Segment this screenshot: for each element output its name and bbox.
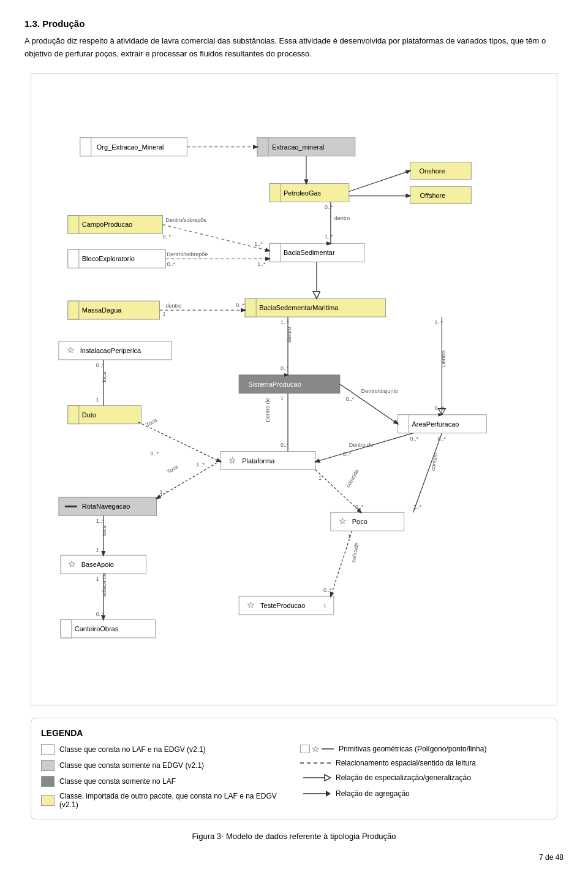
svg-text:0..*: 0..* (96, 362, 105, 368)
svg-text:BlocoExploratorio: BlocoExploratorio (82, 255, 135, 262)
intro-text: A produção diz respeito à atividade de l… (24, 35, 564, 61)
svg-text:Poco: Poco (352, 518, 368, 525)
legend-box-yellow (41, 795, 55, 806)
svg-text:coincide: coincide (345, 468, 360, 489)
legend-title: LEGENDA (41, 728, 547, 738)
section-heading: 1.3. Produção (24, 18, 564, 29)
svg-text:0..*: 0..* (163, 233, 172, 240)
svg-text:Dentro de: Dentro de (349, 441, 373, 447)
svg-text:Dentro de: Dentro de (265, 398, 271, 422)
legend-box-darkgray (41, 776, 55, 787)
svg-text:PetroleoGas: PetroleoGas (284, 189, 321, 196)
svg-rect-20 (270, 243, 281, 262)
svg-text:☆: ☆ (339, 516, 347, 526)
svg-text:0..*: 0..* (437, 435, 446, 441)
svg-rect-4 (257, 137, 268, 156)
svg-line-59 (349, 170, 410, 191)
svg-text:Extracao_mineral: Extracao_mineral (272, 143, 324, 150)
svg-rect-37 (398, 414, 409, 433)
svg-text:Dentro: Dentro (440, 351, 447, 367)
legend-item-yellow: Classe, importada de outro pacote, que c… (41, 792, 288, 809)
legend-grid: Classe que consta no LAF e na EDGV (v2.1… (41, 744, 547, 809)
svg-text:Onshore: Onshore (420, 167, 445, 174)
svg-text:0..*: 0..* (323, 587, 332, 593)
svg-text:0..*: 0..* (151, 450, 159, 456)
legend-item-primitives: ☆ Primitivas geométricas (Polígono/ponto… (300, 744, 547, 754)
svg-text:InstalacaoPeriperica: InstalacaoPeriperica (80, 347, 141, 354)
legend-label-relac-espec: Relação de especialização/generalização (336, 773, 471, 782)
svg-text:Toca: Toca (145, 417, 158, 428)
svg-text:RotaNavegacao: RotaNavegacao (82, 503, 130, 510)
svg-text:1..*: 1..* (254, 241, 263, 247)
svg-text:0..*: 0..* (355, 504, 364, 510)
svg-text:1..*: 1..* (413, 504, 422, 510)
svg-text:0..*: 0..* (410, 435, 419, 441)
svg-rect-14 (68, 215, 79, 233)
svg-text:☆: ☆ (68, 559, 76, 569)
legend-agg-arrow (300, 788, 331, 799)
svg-text:dentro: dentro (165, 303, 181, 309)
svg-text:0..*: 0..* (325, 204, 333, 210)
legend-label-relac-agg: Relação de agregação (336, 789, 410, 798)
legend-label-darkgray: Classe que consta somente no LAF (59, 777, 176, 786)
legend-item-white: Classe que consta no LAF e na EDGV (v2.1… (41, 744, 288, 755)
svg-text:toca: toca (101, 371, 107, 382)
svg-line-66 (163, 224, 270, 251)
svg-text:1..*: 1..* (196, 461, 205, 468)
svg-text:1: 1 (96, 396, 99, 402)
legend-item-relac-agg: Relação de agregação (300, 788, 547, 799)
page-number: 7 de 48 (24, 853, 564, 862)
svg-text:1: 1 (323, 602, 326, 609)
svg-text:1: 1 (442, 404, 445, 411)
svg-rect-23 (68, 301, 79, 319)
legend: LEGENDA Classe que consta no LAF e na ED… (31, 718, 557, 819)
svg-text:Toca: Toca (166, 463, 179, 475)
svg-text:1: 1 (318, 475, 322, 481)
svg-text:dentro: dentro (286, 327, 292, 342)
svg-text:1..*: 1..* (325, 233, 333, 240)
svg-text:1..*: 1..* (160, 489, 168, 495)
svg-text:0..*: 0..* (346, 395, 355, 401)
svg-text:dentro: dentro (334, 215, 350, 221)
svg-text:MassaDagua: MassaDagua (82, 306, 123, 314)
svg-text:0..*: 0..* (281, 441, 289, 447)
legend-label-white: Classe que consta no LAF e na EDGV (v2.1… (59, 745, 206, 754)
svg-text:1: 1 (163, 311, 166, 317)
svg-text:SistemaProducao: SistemaProducao (248, 380, 301, 387)
diagram-svg: Org_Extracao_Mineral Extracao_mineral Pe… (31, 74, 557, 704)
diagram-container: Org_Extracao_Mineral Extracao_mineral Pe… (31, 73, 557, 706)
legend-item-relac-espacial: Relacionamento espacial/sentido da leitu… (300, 759, 547, 767)
svg-text:coincide: coincide (350, 542, 360, 563)
legend-dashed-icon (300, 762, 331, 764)
svg-text:TesteProducao: TesteProducao (260, 602, 305, 609)
svg-text:1: 1 (281, 395, 284, 401)
page-container: 1.3. Produção A produção diz respeito à … (0, 0, 588, 877)
svg-text:1..*: 1..* (434, 319, 443, 325)
svg-text:BaciaSedimentar: BaciaSedimentar (284, 249, 335, 256)
svg-rect-34 (68, 405, 79, 423)
svg-text:0..*: 0..* (96, 611, 105, 617)
svg-line-125 (331, 531, 352, 596)
svg-rect-1 (80, 137, 91, 156)
prim-box-icon (300, 745, 310, 753)
svg-rect-17 (68, 249, 79, 268)
svg-text:1: 1 (96, 547, 99, 553)
svg-text:☆: ☆ (228, 455, 236, 465)
svg-text:1: 1 (348, 533, 351, 539)
svg-rect-55 (61, 620, 72, 638)
svg-text:AreaPerfuracao: AreaPerfuracao (412, 420, 459, 427)
legend-box-lightgray (41, 760, 55, 771)
legend-item-relac-espec: Relação de especialização/generalização (300, 772, 547, 783)
svg-line-117 (413, 433, 442, 512)
svg-text:toca: toca (101, 525, 107, 536)
prim-line-icon (322, 748, 334, 750)
legend-label-primitives: Primitivas geométricas (Polígono/ponto/l… (339, 745, 486, 753)
svg-text:BaseApoio: BaseApoio (81, 561, 114, 568)
svg-marker-137 (326, 791, 331, 797)
svg-rect-7 (270, 183, 281, 202)
legend-item-darkgray: Classe que consta somente no LAF (41, 776, 288, 787)
legend-label-relac-espacial: Relacionamento espacial/sentido da leitu… (336, 759, 476, 767)
svg-text:Org_Extracao_Mineral: Org_Extracao_Mineral (97, 143, 164, 150)
svg-text:contém: contém (430, 452, 439, 471)
svg-text:0..*: 0..* (343, 450, 352, 457)
